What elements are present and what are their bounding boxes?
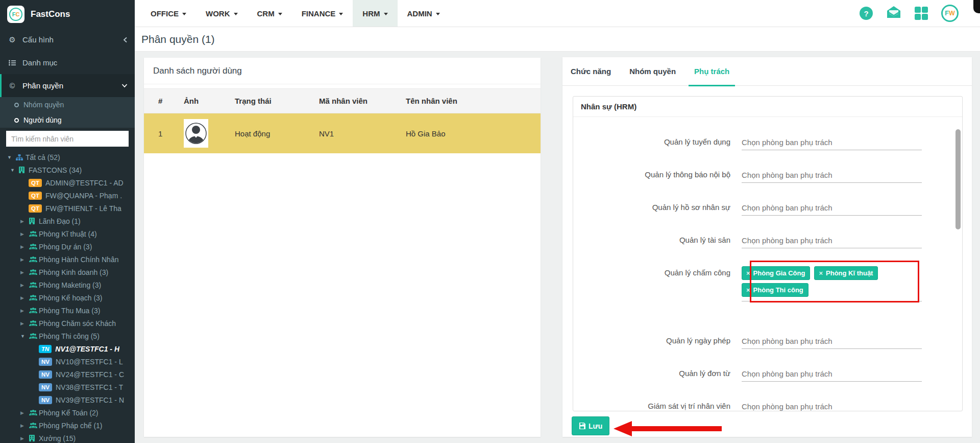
caret-right-icon[interactable]: ▶	[20, 308, 29, 313]
tab-nhom-quyen[interactable]: Nhóm quyền	[629, 57, 676, 85]
remove-tag-icon[interactable]: ×	[746, 269, 750, 277]
nav-item-hrm[interactable]: HRM	[353, 0, 397, 27]
tree-node-label: Xưởng (15)	[39, 434, 76, 442]
department-select[interactable]: Chọn phòng ban phụ trách	[742, 232, 922, 248]
caret-right-icon[interactable]: ▶	[20, 436, 29, 441]
nav-item-finance[interactable]: FINANCE	[292, 0, 353, 27]
caret-right-icon[interactable]: ▶	[20, 321, 29, 326]
tree-node[interactable]: ▶Phòng Maketing (3)	[0, 278, 135, 291]
department-select[interactable]: Chọn phòng ban phụ trách	[742, 399, 922, 411]
section-scrollbar[interactable]	[955, 119, 961, 408]
caret-down-icon[interactable]: ▼	[20, 334, 29, 339]
caret-right-icon[interactable]: ▶	[20, 423, 29, 428]
tree-node[interactable]: QTFW@THIENLT - Lê Tha	[0, 202, 135, 215]
tree-node[interactable]: ▶Phòng Hành Chính Nhân	[0, 253, 135, 266]
tree-node[interactable]: ▶Phòng Chăm sóc Khách	[0, 317, 135, 330]
caret-down-icon[interactable]: ▼	[10, 168, 19, 173]
help-icon[interactable]: ?	[860, 7, 873, 20]
tree-node[interactable]: NVNV24@TESTFC1 - C	[0, 368, 135, 381]
user-type-badge: TN	[39, 345, 52, 353]
tree-node-label: Phòng Maketing (3)	[39, 281, 101, 289]
caret-down-icon	[278, 13, 282, 15]
nav-item-admin[interactable]: ADMIN	[398, 0, 450, 27]
sidebar-subitem-nguoi-dung[interactable]: Người dùng	[0, 112, 135, 128]
tree-node[interactable]: NVNV39@TESTFC1 - N	[0, 393, 135, 406]
nav-item-label: OFFICE	[151, 9, 179, 18]
caret-right-icon[interactable]: ▶	[20, 270, 29, 275]
tree-node[interactable]: QTADMIN@TESTFC1 - AD	[0, 176, 135, 189]
nav-item-office[interactable]: OFFICE	[141, 0, 196, 27]
scrollbar-thumb[interactable]	[955, 129, 961, 229]
table-row[interactable]: 1Hoạt độngNV1Hồ Gia Bảo	[144, 113, 541, 153]
caret-right-icon[interactable]: ▶	[20, 244, 29, 249]
department-tag[interactable]: ×Phòng Thi công	[742, 283, 808, 297]
sidebar-item-danh-muc[interactable]: Danh mục	[0, 51, 135, 74]
tree-node[interactable]: ▼Phòng Thi công (5)	[0, 330, 135, 342]
tree-node[interactable]: ▶Phòng Thu Mua (3)	[0, 304, 135, 317]
tree-node[interactable]: ▶Lãnh Đạo (1)	[0, 215, 135, 227]
tag-label: Phòng Thi công	[753, 286, 803, 294]
sidebar-item-phan-quyen[interactable]: ©Phân quyền	[0, 74, 135, 97]
department-select[interactable]: Chọn phòng ban phụ trách	[742, 366, 922, 382]
caret-right-icon[interactable]: ▶	[20, 410, 29, 415]
tree-node-label: Phòng Kế hoạch (3)	[39, 294, 103, 302]
department-tag[interactable]: ×Phòng Kĩ thuật	[814, 266, 878, 280]
mail-icon[interactable]	[886, 6, 901, 20]
sidebar-item-label: Phân quyền	[22, 81, 63, 90]
sidebar-item-label: Cấu hình	[22, 35, 54, 44]
save-button[interactable]: Lưu	[572, 416, 609, 435]
caret-right-icon[interactable]: ▶	[20, 219, 29, 224]
tree-node[interactable]: TNNV1@TESTFC1 - H	[0, 342, 135, 355]
caret-right-icon[interactable]: ▶	[20, 295, 29, 300]
employee-search-input[interactable]	[6, 131, 129, 147]
tab-phu-trach[interactable]: Phụ trách	[694, 57, 729, 85]
tree-node[interactable]: ▶Phòng Kĩ thuật (4)	[0, 227, 135, 240]
field-label: Quản lý tuyển dụng	[573, 134, 742, 150]
corner-overlay-artifact	[973, 0, 980, 13]
caret-right-icon[interactable]: ▶	[20, 283, 29, 288]
tree-node[interactable]: ▶Phòng Kế hoạch (3)	[0, 291, 135, 304]
tree-node[interactable]: ▶Phòng Dự án (3)	[0, 240, 135, 253]
column-header: Ảnh	[169, 97, 228, 105]
row-status: Hoạt động	[228, 129, 312, 138]
tree-node[interactable]: ▶Phòng Pháp chế (1)	[0, 419, 135, 432]
caret-right-icon[interactable]: ▶	[20, 257, 29, 262]
tree-node[interactable]: NVNV38@TESTFC1 - T	[0, 381, 135, 393]
org-tree: ▼Tất cả (52)▼FASTCONS (34)QTADMIN@TESTFC…	[0, 151, 135, 443]
tree-node[interactable]: NVNV10@TESTFC1 - L	[0, 355, 135, 368]
department-select[interactable]: Chọn phòng ban phụ trách	[742, 333, 922, 349]
tree-node[interactable]: ▶Phòng Kế Toán (2)	[0, 406, 135, 419]
tree-node[interactable]: ▼Tất cả (52)	[0, 151, 135, 164]
caret-right-icon[interactable]: ▶	[20, 231, 29, 237]
apps-grid-icon[interactable]	[915, 7, 928, 20]
nav-item-work[interactable]: WORK	[196, 0, 248, 27]
user-avatar[interactable]: FW	[941, 5, 959, 22]
nav-item-crm[interactable]: CRM	[248, 0, 292, 27]
tree-node[interactable]: ▶Xưởng (15)	[0, 432, 135, 443]
remove-tag-icon[interactable]: ×	[746, 286, 750, 294]
nav-item-label: HRM	[362, 9, 380, 18]
fastcons-logo-icon: FC	[7, 6, 24, 23]
tab-chuc-nang[interactable]: Chức năng	[571, 57, 611, 85]
caret-down-icon[interactable]: ▼	[7, 155, 16, 160]
tree-node[interactable]: ▼FASTCONS (34)	[0, 164, 135, 176]
tree-node[interactable]: ▶Phòng Kinh doanh (3)	[0, 266, 135, 278]
building-icon	[19, 167, 29, 173]
sidebar-subitem-nhom-quyen[interactable]: Nhóm quyền	[0, 97, 135, 112]
user-list-card: Danh sách người dùng #ẢnhTrạng tháiMã nh…	[144, 58, 541, 437]
department-tag[interactable]: ×Phòng Gia Công	[742, 266, 810, 280]
tree-node-label: Phòng Kinh doanh (3)	[39, 268, 108, 276]
user-list-title: Danh sách người dùng	[144, 58, 541, 84]
brand[interactable]: FC FastCons	[0, 0, 135, 28]
tree-node[interactable]: QTFW@QUANPA - Phạm .	[0, 189, 135, 202]
department-select[interactable]: Chọn phòng ban phụ trách	[742, 167, 922, 183]
column-header: #	[144, 97, 169, 105]
remove-tag-icon[interactable]: ×	[819, 269, 823, 277]
sidebar-item-cau-hinh[interactable]: ⚙Cấu hình	[0, 28, 135, 51]
department-select[interactable]: Chọn phòng ban phụ trách	[742, 200, 922, 216]
brand-name: FastCons	[31, 9, 70, 19]
nav-item-label: CRM	[257, 9, 275, 18]
row-index: 1	[144, 129, 169, 138]
department-select[interactable]: Chọn phòng ban phụ trách	[742, 134, 922, 150]
caret-down-icon	[384, 13, 388, 15]
